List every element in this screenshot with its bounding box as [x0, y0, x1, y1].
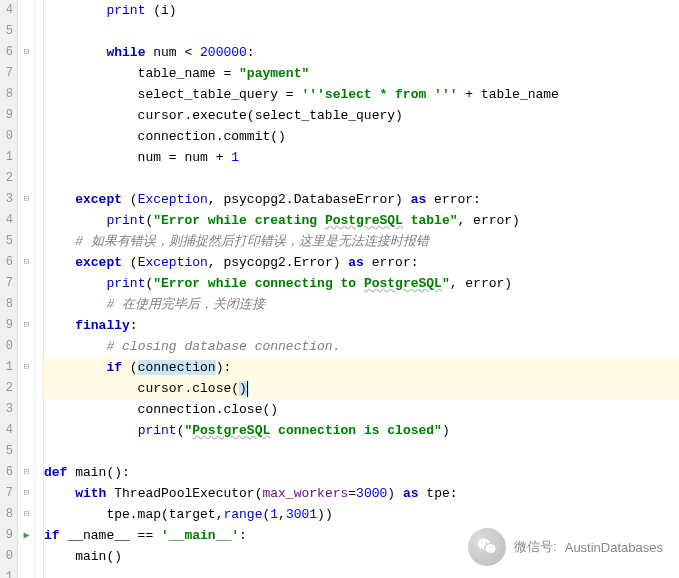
line-number: 1 — [0, 357, 13, 378]
fold-empty — [18, 399, 35, 420]
fold-empty — [18, 567, 35, 578]
fold-empty — [18, 147, 35, 168]
fold-empty — [18, 378, 35, 399]
line-number: 8 — [0, 294, 13, 315]
fold-empty — [18, 546, 35, 567]
code-editor[interactable]: 4567890123456789012345678901 ⊟⊟⊟⊟⊟⊟⊟⊟▶ p… — [0, 0, 679, 578]
line-number: 1 — [0, 567, 13, 578]
line-number: 9 — [0, 315, 13, 336]
fold-run-gutter[interactable]: ⊟⊟⊟⊟⊟⊟⊟⊟▶ — [18, 0, 36, 578]
code-line[interactable]: num = num + 1 — [44, 147, 679, 168]
fold-empty — [18, 336, 35, 357]
fold-empty — [18, 231, 35, 252]
line-number: 7 — [0, 483, 13, 504]
fold-empty — [18, 273, 35, 294]
fold-empty — [18, 84, 35, 105]
watermark: 微信号: AustinDatabases — [468, 528, 663, 566]
line-number: 5 — [0, 231, 13, 252]
code-line[interactable]: print (i) — [44, 0, 679, 21]
line-number: 4 — [0, 210, 13, 231]
watermark-value: AustinDatabases — [565, 540, 663, 555]
line-number: 4 — [0, 0, 13, 21]
line-number: 6 — [0, 462, 13, 483]
code-line[interactable]: tpe.map(target,range(1,3001)) — [44, 504, 679, 525]
fold-toggle-icon[interactable]: ⊟ — [18, 462, 35, 483]
line-number-gutter: 4567890123456789012345678901 — [0, 0, 18, 578]
code-line[interactable]: print("Error while creating PostgreSQL t… — [44, 210, 679, 231]
fold-empty — [18, 168, 35, 189]
run-icon[interactable]: ▶ — [18, 525, 35, 546]
line-number: 8 — [0, 84, 13, 105]
line-number: 5 — [0, 21, 13, 42]
fold-empty — [18, 21, 35, 42]
line-number: 9 — [0, 105, 13, 126]
code-line[interactable]: # 在使用完毕后，关闭连接 — [44, 294, 679, 315]
code-line[interactable]: finally: — [44, 315, 679, 336]
code-line[interactable]: select_table_query = '''select * from ''… — [44, 84, 679, 105]
line-number: 7 — [0, 63, 13, 84]
fold-toggle-icon[interactable]: ⊟ — [18, 189, 35, 210]
wechat-logo-icon — [468, 528, 506, 566]
watermark-label: 微信号: — [514, 538, 557, 556]
fold-empty — [18, 0, 35, 21]
line-number: 4 — [0, 420, 13, 441]
code-line[interactable] — [44, 441, 679, 462]
fold-empty — [18, 126, 35, 147]
code-line[interactable]: connection.close() — [44, 399, 679, 420]
line-number: 3 — [0, 189, 13, 210]
line-number: 9 — [0, 525, 13, 546]
fold-toggle-icon[interactable]: ⊟ — [18, 357, 35, 378]
line-number: 6 — [0, 42, 13, 63]
code-line[interactable] — [44, 21, 679, 42]
code-line[interactable]: except (Exception, psycopg2.Error) as er… — [44, 252, 679, 273]
code-line[interactable]: def main(): — [44, 462, 679, 483]
code-line[interactable]: # closing database connection. — [44, 336, 679, 357]
line-number: 7 — [0, 273, 13, 294]
line-number: 2 — [0, 168, 13, 189]
line-number: 1 — [0, 147, 13, 168]
fold-toggle-icon[interactable]: ⊟ — [18, 483, 35, 504]
fold-empty — [18, 294, 35, 315]
code-line[interactable] — [44, 168, 679, 189]
code-line[interactable]: print("Error while connecting to Postgre… — [44, 273, 679, 294]
line-number: 0 — [0, 336, 13, 357]
line-number: 2 — [0, 378, 13, 399]
fold-empty — [18, 210, 35, 231]
code-line[interactable]: cursor.execute(select_table_query) — [44, 105, 679, 126]
fold-toggle-icon[interactable]: ⊟ — [18, 315, 35, 336]
fold-toggle-icon[interactable]: ⊟ — [18, 252, 35, 273]
code-line[interactable] — [44, 567, 679, 578]
code-line[interactable]: while num < 200000: — [44, 42, 679, 63]
line-number: 0 — [0, 126, 13, 147]
code-line[interactable]: with ThreadPoolExecutor(max_workers=3000… — [44, 483, 679, 504]
code-line[interactable]: except (Exception, psycopg2.DatabaseErro… — [44, 189, 679, 210]
code-line[interactable]: print("PostgreSQL connection is closed") — [44, 420, 679, 441]
code-line[interactable]: if (connection): — [44, 357, 679, 378]
line-number: 3 — [0, 399, 13, 420]
fold-empty — [18, 63, 35, 84]
fold-toggle-icon[interactable]: ⊟ — [18, 42, 35, 63]
code-line[interactable]: # 如果有错误，则捕捉然后打印错误，这里是无法连接时报错 — [44, 231, 679, 252]
fold-empty — [18, 105, 35, 126]
line-number: 8 — [0, 504, 13, 525]
code-line[interactable]: table_name = "payment" — [44, 63, 679, 84]
line-number: 5 — [0, 441, 13, 462]
code-area[interactable]: print (i) while num < 200000: table_name… — [44, 0, 679, 578]
fold-toggle-icon[interactable]: ⊟ — [18, 504, 35, 525]
guide-gutter — [36, 0, 44, 578]
text-caret — [247, 381, 248, 397]
code-line[interactable]: connection.commit() — [44, 126, 679, 147]
line-number: 0 — [0, 546, 13, 567]
fold-empty — [18, 441, 35, 462]
fold-empty — [18, 420, 35, 441]
code-line[interactable]: cursor.close() — [44, 378, 679, 399]
line-number: 6 — [0, 252, 13, 273]
